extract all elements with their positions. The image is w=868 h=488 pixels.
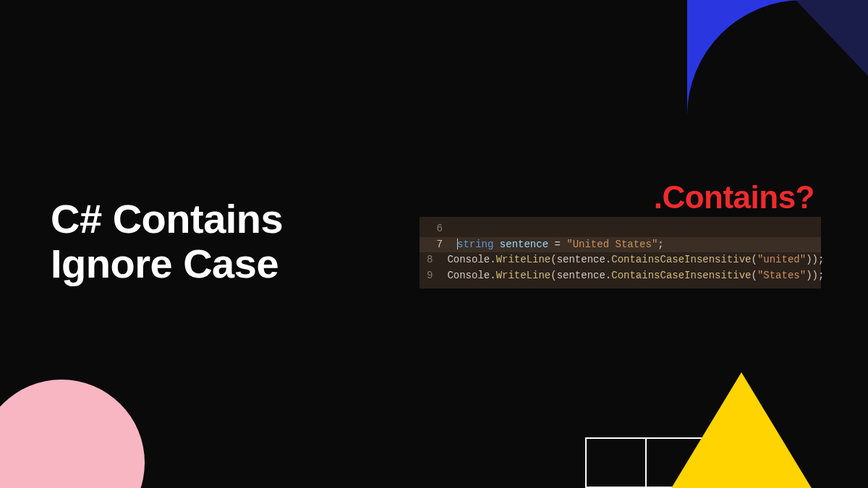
code-line: 8Console.WriteLine(sentence.ContainsCase… (420, 252, 821, 268)
line-number: 9 (427, 268, 433, 284)
yellow-triangle-shape (658, 372, 825, 488)
code-line: 9Console.WriteLine(sentence.ContainsCase… (420, 268, 821, 284)
code-line: 6 (420, 221, 821, 237)
navy-triangle-shape (796, 0, 868, 76)
code-line: 7string sentence = "United States"; (420, 237, 821, 253)
title-line-2: Ignore Case (51, 241, 283, 286)
subtitle-contains: .Contains? (654, 179, 814, 215)
code-content: Console.WriteLine(sentence.ContainsCaseI… (447, 268, 824, 284)
code-editor: 67string sentence = "United States";8Con… (420, 217, 821, 288)
main-title: C# Contains Ignore Case (51, 197, 283, 286)
line-number: 7 (427, 237, 443, 253)
line-number: 6 (427, 221, 443, 237)
pink-circle-shape (0, 380, 145, 488)
code-content: string sentence = "United States"; (457, 237, 664, 253)
title-line-1: C# Contains (51, 197, 283, 241)
line-number: 8 (427, 252, 433, 268)
blue-quarter-circle-shape (687, 0, 803, 116)
code-content: Console.WriteLine(sentence.ContainsCaseI… (447, 252, 824, 268)
